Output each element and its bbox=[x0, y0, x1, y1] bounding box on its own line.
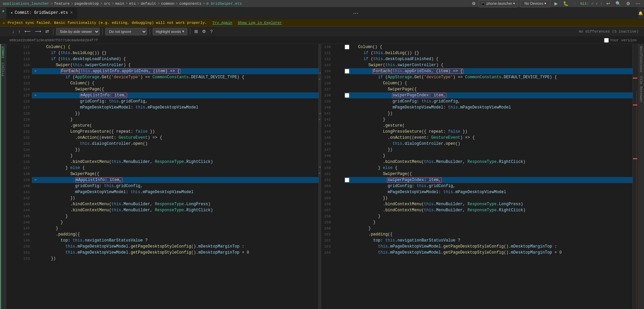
tab-overflow-button[interactable]: ⋯ bbox=[353, 10, 358, 16]
tab-bar: ◈ ● Commit: GridSwiper.ets × ⋯ 🔔 bbox=[0, 7, 644, 19]
breadcrumb-item-3[interactable]: pagedesktop bbox=[75, 2, 99, 6]
tab-close-button[interactable]: × bbox=[70, 10, 72, 15]
table-row: 134 }) bbox=[7, 147, 318, 153]
left-code-scroll[interactable]: 117 Column() { 118 if (this.buildLog()) … bbox=[7, 44, 318, 309]
try-again-link[interactable]: Try Again bbox=[212, 21, 232, 25]
breadcrumb-item-5[interactable]: main bbox=[115, 2, 124, 6]
table-row: 136 .bindContextMenu(this.MenuBuilder, R… bbox=[7, 159, 318, 165]
line-actions bbox=[345, 68, 351, 74]
search-icon[interactable]: 🔍 bbox=[614, 0, 622, 7]
show-log-link[interactable]: Show Log in Explorer bbox=[238, 21, 282, 25]
table-row: 145 } bbox=[7, 213, 318, 219]
right-arrow-icon-3[interactable]: ▶ bbox=[319, 171, 320, 176]
table-row: 128 }) bbox=[7, 111, 318, 117]
table-row: 117 Column() { bbox=[7, 44, 318, 50]
swap-icon[interactable]: ⇄ bbox=[44, 28, 50, 35]
debug-button[interactable]: 🐛 bbox=[562, 0, 570, 7]
table-row: 123 Column() { bbox=[7, 80, 318, 86]
ignore-select[interactable]: Do not ignore Ignore whitespace bbox=[105, 28, 147, 35]
table-row: 140 mPageDesktopViewModel: this.mPageDes… bbox=[321, 104, 633, 111]
diff-panels: 117 Column() { 118 if (this.buildLog()) … bbox=[7, 44, 637, 309]
no-diff-text: No differences (5 inactive) bbox=[579, 30, 639, 34]
table-row: 133 this.dialogController.open() bbox=[7, 141, 318, 147]
breadcrumb-file[interactable]: ⚙ GridSwiper.ets bbox=[206, 1, 242, 6]
diff-marker-1 bbox=[633, 78, 637, 79]
breadcrumb-item-6[interactable]: ets bbox=[129, 2, 136, 6]
table-row: 129 } bbox=[7, 117, 318, 123]
table-row: 148 .padding({ bbox=[7, 231, 318, 237]
table-row: 144 LongPressGesture({ repeat: false }) bbox=[321, 129, 633, 135]
breadcrumb-item-2[interactable]: feature bbox=[54, 2, 69, 6]
table-row: 143 .bindContextMenu(this.MenuBuilder, R… bbox=[7, 201, 318, 207]
warning-icon: ⚠ bbox=[3, 20, 5, 25]
breadcrumb-item-1[interactable]: applications_launcher bbox=[3, 2, 49, 6]
top-bar: applications_launcher > feature > pagede… bbox=[0, 0, 644, 7]
highlight-words-button[interactable]: Highlight words ▾ bbox=[153, 28, 187, 35]
left-arrow-icon-2[interactable]: ◀ bbox=[319, 111, 320, 116]
prev-change-icon[interactable]: ⟵ bbox=[23, 28, 32, 35]
breadcrumb-item-9[interactable]: components bbox=[179, 2, 201, 6]
right-code-panel: 130 Column() { 131 if (this.buildLog()) … bbox=[321, 44, 633, 309]
table-row: 121 ⇥ ForEach(this.appListInfo.appGridIn… bbox=[7, 68, 318, 74]
file-reviewer-sidebar-label[interactable]: File Reviewer bbox=[638, 74, 644, 104]
help-icon[interactable]: ? bbox=[209, 28, 214, 35]
line-checkbox-152[interactable] bbox=[345, 178, 349, 182]
highlight-label: Highlight words bbox=[156, 30, 181, 34]
notifications-sidebar-label[interactable]: Notifications bbox=[638, 44, 644, 74]
table-row: 149 top: this.navigationBarStatusValue ? bbox=[7, 237, 318, 244]
settings-icon[interactable]: ⚙ bbox=[625, 0, 632, 7]
table-row: 142 } bbox=[321, 117, 633, 123]
diff-marker-4 bbox=[636, 91, 637, 309]
tab-modified-dot: ● bbox=[11, 11, 13, 15]
table-row: 138 swiperPageIndex: item, bbox=[321, 92, 633, 98]
more-button[interactable]: ⋯ bbox=[634, 0, 641, 7]
line-actions bbox=[345, 44, 351, 50]
table-row: 157 .bindContextMenu(this.MenuBuilder, R… bbox=[321, 207, 633, 213]
breadcrumb-item-4[interactable]: src bbox=[104, 2, 110, 6]
table-row: 152 }) bbox=[7, 256, 318, 262]
no-devices-dropdown[interactable]: No Devices ▾ bbox=[520, 0, 550, 7]
breadcrumb-item-7[interactable]: default bbox=[141, 2, 156, 6]
undo-button[interactable]: ↩ bbox=[605, 0, 611, 7]
your-version-checkbox[interactable] bbox=[604, 38, 609, 43]
table-row: 147 }) bbox=[321, 147, 633, 153]
prev-icon[interactable]: ↓ bbox=[11, 28, 16, 35]
columns-icon[interactable]: ⊞ bbox=[193, 28, 199, 35]
table-row: 133 Swiper(this.swiperController) { bbox=[321, 62, 633, 68]
right-code-scroll[interactable]: 130 Column() { 131 if (this.buildLog()) … bbox=[321, 44, 633, 309]
warning-text: Project sync failed. Basic functionality… bbox=[8, 21, 207, 25]
tab-gridsswiper[interactable]: ● Commit: GridSwiper.ets × bbox=[7, 7, 77, 19]
table-row: 150 this.mPageDesktopViewModel.getPageDe… bbox=[7, 244, 318, 250]
next-icon[interactable]: ↑ bbox=[17, 28, 22, 35]
table-row: 154 mPageDesktopViewModel: this.mPageDes… bbox=[321, 189, 633, 195]
table-row: 136 Column() { bbox=[321, 80, 633, 86]
next-change-icon[interactable]: ⟶ bbox=[34, 28, 43, 35]
toolbar: ↓ ↑ ⟵ ⟶ ⇄ Side-by-side viewer Unified vi… bbox=[0, 27, 644, 37]
phone-launcher-dropdown[interactable]: 📱 phone-launcher ▾ bbox=[479, 0, 518, 7]
right-arrow-icon-2[interactable]: ▶ bbox=[319, 117, 320, 122]
line-checkbox-138[interactable] bbox=[345, 93, 349, 98]
table-row: 156 .bindContextMenu(this.MenuBuilder, R… bbox=[321, 201, 633, 207]
table-row: 155 }) bbox=[321, 195, 633, 201]
viewer-select[interactable]: Side-by-side viewer Unified viewer bbox=[56, 28, 100, 35]
table-row: 132 .onAction((event: GestureEvent) => { bbox=[7, 135, 318, 141]
table-row: 126 gridConfig: this.gridConfig, bbox=[7, 98, 318, 104]
breadcrumb: applications_launcher > feature > pagede… bbox=[3, 1, 472, 6]
breadcrumb-item-8[interactable]: common bbox=[161, 2, 175, 6]
line-checkbox[interactable] bbox=[345, 45, 349, 49]
project-sidebar-icon[interactable]: ◈ bbox=[2, 9, 4, 13]
left-arrow-icon-3[interactable]: ◀ bbox=[319, 165, 320, 170]
left-arrow-icon[interactable]: ◀ bbox=[319, 71, 320, 76]
table-row: 137 SwiperPage({ bbox=[321, 86, 633, 92]
table-row: 134 ForEach(this.appGridInds, (item) => … bbox=[321, 68, 633, 74]
settings-diff-icon[interactable]: ⚙ bbox=[201, 28, 207, 35]
table-row: 142 }) bbox=[7, 195, 318, 201]
line-checkbox-134[interactable] bbox=[345, 69, 349, 74]
right-arrow-icon[interactable]: ▶ bbox=[319, 77, 320, 82]
table-row: 141 }) bbox=[321, 111, 633, 117]
table-row: 140 gridConfig: this.gridConfig, bbox=[7, 183, 318, 189]
table-row: 139 ⇥ mAppListInfo: item, bbox=[7, 177, 318, 183]
notifications-icon[interactable]: 🔔 bbox=[638, 11, 643, 15]
settings-gear-icon[interactable]: ⚙ bbox=[472, 1, 476, 6]
run-button[interactable]: ▶ bbox=[553, 0, 559, 7]
